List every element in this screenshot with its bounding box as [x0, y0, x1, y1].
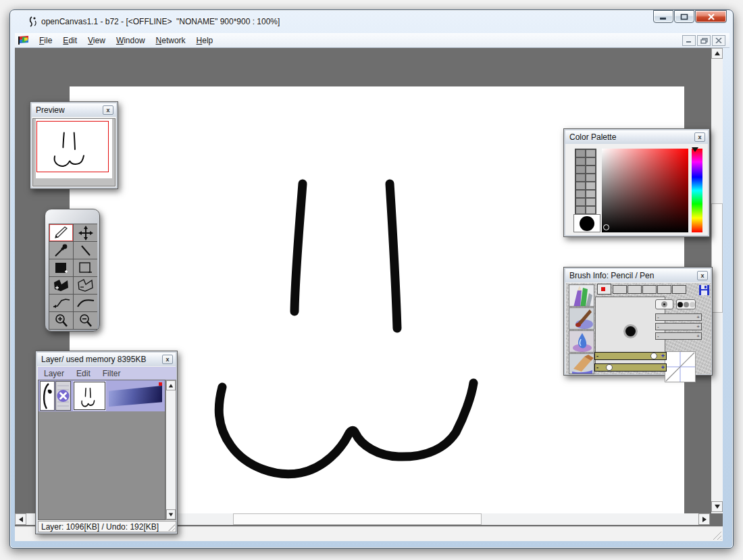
swatch[interactable] — [575, 166, 586, 174]
brush-title-bar[interactable]: Brush Info: Pencil / Pen x — [565, 269, 711, 282]
saturation-value-picker[interactable] — [602, 149, 688, 232]
tool-pencil[interactable] — [49, 224, 73, 241]
color-title-bar[interactable]: Color Palette x — [565, 130, 708, 144]
menu-network[interactable]: Network — [151, 34, 191, 47]
swatch[interactable] — [586, 206, 596, 214]
brush-size-slider[interactable]: - + — [594, 352, 667, 360]
menu-window[interactable]: Window — [111, 34, 151, 47]
layer-menu-layer[interactable]: Layer — [38, 369, 70, 378]
tool-rect-outline[interactable] — [74, 259, 97, 276]
hue-bar[interactable] — [692, 149, 702, 232]
minus-label[interactable]: - — [596, 364, 598, 371]
brush-param-slider-3[interactable]: - + — [655, 332, 702, 340]
tool-lasso-fill[interactable] — [49, 277, 73, 294]
menu-file[interactable]: File — [34, 34, 57, 47]
minus-label[interactable]: - — [657, 314, 659, 320]
swatch[interactable] — [586, 174, 596, 182]
tool-polyline[interactable] — [49, 295, 73, 311]
preview-title-bar[interactable]: Preview x — [32, 103, 116, 117]
menu-edit[interactable]: Edit — [57, 34, 82, 47]
tool-curve[interactable] — [74, 295, 97, 311]
plus-label[interactable]: + — [696, 333, 700, 339]
layer-visibility-cell[interactable] — [40, 381, 55, 411]
minus-label[interactable]: - — [657, 333, 659, 339]
swatch[interactable] — [575, 157, 586, 166]
brush-shape-option[interactable] — [655, 299, 673, 309]
mdi-minimize-button[interactable] — [682, 35, 696, 46]
brush-type-eraser[interactable] — [569, 353, 594, 374]
v-scroll-thumb[interactable] — [711, 203, 723, 313]
v-scroll-down-button[interactable] — [711, 501, 723, 512]
tool-move[interactable] — [74, 224, 97, 241]
preview-close-button[interactable]: x — [103, 105, 113, 115]
mdi-close-button[interactable] — [712, 35, 725, 46]
layer-menu-edit[interactable]: Edit — [70, 369, 97, 378]
v-scroll-up-button[interactable] — [711, 48, 723, 59]
maximize-button[interactable] — [674, 10, 694, 23]
title-bar[interactable]: openCanvas1.1 - b72 - [<OFFLINE> "NONAME… — [10, 10, 733, 33]
mdi-restore-button[interactable] — [697, 35, 711, 46]
plus-label[interactable]: + — [696, 314, 700, 320]
layer-title-bar[interactable]: Layer/ used memory 8395KB x — [37, 353, 176, 366]
swatch[interactable] — [575, 198, 586, 206]
swatch[interactable] — [586, 198, 596, 206]
tool-lasso-outline[interactable] — [74, 277, 97, 294]
plus-label[interactable]: + — [661, 353, 665, 359]
brush-tab-2[interactable] — [613, 285, 627, 294]
tool-zoom-in[interactable] — [49, 312, 73, 329]
swatch[interactable] — [586, 190, 596, 198]
tool-rect-fill[interactable] — [49, 259, 73, 276]
h-scroll-thumb[interactable] — [233, 513, 482, 525]
layer-close-button[interactable]: x — [162, 355, 173, 364]
brush-param-slider-1[interactable]: - + — [655, 313, 702, 321]
swatch[interactable] — [586, 166, 596, 174]
brush-tab-5[interactable] — [657, 285, 671, 294]
layer-scrollbar[interactable] — [165, 380, 176, 520]
brush-opacity-slider[interactable]: - + — [594, 363, 667, 372]
plus-label[interactable]: + — [661, 364, 665, 371]
swatch[interactable] — [575, 206, 586, 214]
layer-scroll-down-button[interactable] — [166, 509, 176, 519]
swatch[interactable] — [586, 149, 596, 157]
gray-swatch-grid[interactable] — [575, 149, 596, 215]
h-scroll-left-button[interactable] — [15, 513, 26, 525]
tool-eyedropper[interactable] — [49, 242, 73, 259]
sv-cursor[interactable] — [603, 224, 609, 230]
brush-type-pencil[interactable] — [569, 284, 594, 307]
swatch[interactable] — [575, 174, 586, 182]
brush-hardness-option[interactable] — [676, 299, 696, 309]
layer-menu-filter[interactable]: Filter — [97, 369, 127, 378]
swatch[interactable] — [575, 182, 586, 190]
minus-label[interactable]: - — [657, 324, 659, 330]
swatch[interactable] — [586, 182, 596, 190]
minimize-button[interactable] — [653, 10, 673, 23]
close-button[interactable] — [695, 10, 727, 23]
layer-mask-cell[interactable] — [55, 381, 71, 411]
plus-label[interactable]: + — [696, 324, 700, 330]
h-scroll-right-button[interactable] — [698, 513, 710, 525]
swatch[interactable] — [586, 157, 596, 166]
minus-label[interactable]: - — [596, 353, 598, 359]
layer-scroll-up-button[interactable] — [166, 380, 176, 390]
tool-zoom-out[interactable] — [74, 312, 97, 329]
menu-view[interactable]: View — [82, 34, 111, 47]
brush-param-slider-2[interactable]: - + — [655, 323, 702, 330]
tool-line[interactable] — [74, 242, 97, 259]
menu-help[interactable]: Help — [191, 34, 219, 47]
pressure-curve-editor[interactable] — [665, 351, 696, 382]
opacity-slider-knob[interactable] — [606, 364, 613, 371]
color-close-button[interactable]: x — [694, 132, 705, 142]
swatch[interactable] — [575, 190, 586, 198]
brush-tab-6[interactable] — [672, 285, 686, 294]
swatch[interactable] — [575, 149, 586, 157]
brush-close-button[interactable]: x — [697, 271, 708, 280]
brush-tab-4[interactable] — [642, 285, 657, 294]
preview-viewport-rect[interactable] — [36, 121, 109, 172]
size-slider-knob[interactable] — [650, 353, 657, 359]
layer-thumbnail[interactable] — [74, 382, 105, 410]
layer-row-selected[interactable] — [39, 380, 165, 411]
save-brush-icon[interactable] — [698, 284, 710, 296]
brush-tab-3[interactable] — [627, 285, 642, 294]
brush-type-brush[interactable] — [569, 307, 594, 330]
layer-resize-grip[interactable] — [168, 524, 175, 531]
